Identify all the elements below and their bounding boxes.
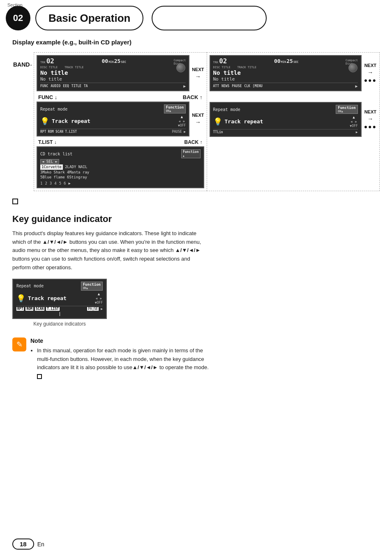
spacer-right-1 (210, 93, 377, 102)
next-arrow-func-2: → (367, 116, 373, 122)
scan-label: SCAN (55, 130, 63, 134)
tracklist-function-badge: Function▲ (181, 149, 201, 158)
func-back-row: FUNC ↓ BACK ↑ (37, 93, 204, 102)
trk-label-2: TRK (213, 61, 219, 64)
kg-scan: SCAN (35, 307, 44, 311)
lr-ctrl-2: « » (351, 120, 357, 124)
band-label: BAND (13, 61, 30, 68)
tlist-label-row: T.LIST ↓ (38, 139, 57, 145)
kg-lr-ctrl: « » (96, 296, 102, 300)
note-content: Note In this manual, operation for each … (30, 337, 210, 381)
kg-function-badge: Function ON▲ (81, 282, 103, 291)
note-icon: ✎ (12, 337, 26, 351)
dots-func-2: ●●● (364, 123, 377, 130)
track-row-3: 5Blue flame 6Stingray (40, 175, 201, 180)
page-arrow: ▶ (69, 181, 71, 185)
page-5: 5 (59, 181, 61, 185)
cd-screen-1: TRK 02 00MIN 25SEC CompactDisc DISC TITL… (37, 55, 189, 91)
ttl-in: TTLin (213, 130, 223, 134)
bulb-icon-2: 💡 (213, 117, 222, 126)
cd-knob-1 (176, 63, 185, 72)
track-repeat-2: Track repeat (225, 118, 263, 125)
menu-eeq: EEQ (63, 84, 69, 88)
dots-2: ●●● (364, 77, 377, 83)
kg-rpt: RPT (16, 307, 24, 311)
left-ctrl-1: « (179, 119, 181, 123)
nav-controls-2: ▲ « » ▼OFF (350, 115, 357, 128)
kg-bottom: RPT ROM SCAN T.LIST PA|SE ▶ (16, 306, 103, 311)
vol-off-2: ▼OFF (350, 124, 357, 128)
next-arrow-2: → (367, 69, 373, 76)
next-label-func-1: NEXT (192, 113, 204, 118)
sub-title-1: No title (40, 76, 186, 82)
rom-label: ROM (48, 130, 53, 134)
track-row-2: 3Mako Shark 4Manta ray (40, 170, 201, 175)
page-title: Basic Operation (48, 12, 130, 25)
nav-controls-1: ▲ « » ▼OFF (178, 115, 186, 127)
up-ctrl-1: ▲ (181, 115, 183, 119)
menu-ta: TA (84, 84, 88, 88)
menu-arrow-2: ▶ (355, 84, 358, 88)
track-5: 5Blue flame (40, 175, 65, 179)
menu-audio: AUDIO (51, 84, 60, 88)
kg-screen: Repeat mode Function ON▲ 💡 Track repeat … (12, 279, 107, 319)
key-guidance-image: Repeat mode Function ON▲ 💡 Track repeat … (12, 279, 107, 327)
pagination: 1 2 3 4 5 6 ▶ (40, 181, 201, 185)
track-2: 2LADY NAIL (65, 165, 87, 169)
note-arrows: ▲/▼/◄/► (132, 364, 158, 370)
section-label: Section (7, 2, 23, 7)
kg-left-ctrl: « (96, 296, 98, 300)
menu-arrow-1: ▶ (183, 84, 186, 88)
trk-num-2: 02 (219, 58, 227, 65)
next-label-func-2: NEXT (364, 109, 376, 114)
bulb-icon-1: 💡 (40, 117, 49, 125)
func-screen-1-row: Repeat mode Function ON▲ 💡 Track repeat … (37, 102, 204, 136)
next-arrow-1: → (195, 73, 201, 80)
tlist-back-row: T.LIST ↓ BACK ↑ (37, 138, 204, 146)
page-header: Section 02 Basic Operation (0, 0, 392, 30)
kg-right-ctrl: » (99, 296, 101, 300)
page-number: 18 (12, 539, 34, 550)
disc-title-label-1: DISC TITLE TRACK TITLE (40, 66, 186, 69)
vol-off-1: ▼OFF (178, 124, 186, 127)
note-list-item-1: In this manual, operation for each mode … (37, 347, 210, 381)
func-screen-1: Repeat mode Function ON▲ 💡 Track repeat … (37, 102, 189, 136)
func-screen-2-row: Repeat mode Function ON▲ 💡 Track repeat … (210, 102, 377, 137)
note-box: ✎ Note In this manual, operation for eac… (12, 337, 210, 381)
arrows-text-1: ▲/▼/◄/► (42, 239, 68, 245)
note-text: In this manual, operation for each mode … (30, 347, 210, 381)
sel-label: ◄ SEL ► (40, 159, 59, 164)
next-section-func-2: NEXT → ●●● (364, 109, 377, 130)
menu-cmenu: [MENU (253, 84, 263, 88)
band-arrow: → (28, 62, 33, 68)
sub-title-2: No title (213, 76, 358, 82)
page-6: 6 (64, 181, 66, 185)
kg-pause-highlighted: PA|SE (87, 307, 99, 311)
main-title-2: No title (213, 69, 358, 76)
menu-news: NEWS (221, 84, 229, 88)
menu-pause: PAUSE (232, 84, 242, 88)
page-1: 1 (40, 181, 42, 185)
menu-att: ATT (213, 84, 219, 88)
language-label: En (37, 541, 44, 548)
lr-ctrl-1: « » (179, 119, 185, 123)
next-section-1: NEXT → (192, 67, 204, 80)
section-number: 02 (6, 6, 30, 30)
display-example-title: Display example (e.g., built-in CD playe… (12, 39, 380, 46)
tracklist-header-right: Function▲ (181, 149, 201, 158)
function-badge-1: Function ON▲ (164, 104, 186, 113)
repeat-mode-1: Repeat mode (40, 107, 67, 111)
track-repeat-1: Track repeat (52, 118, 90, 124)
next-arrow-func-1: → (195, 119, 201, 125)
kg-track-repeat: Track repeat (28, 295, 67, 301)
header-right-pill (152, 6, 267, 30)
end-square (37, 374, 42, 379)
track-list: 1Corvette 2LADY NAIL 3Mako Shark 4Manta … (40, 164, 201, 180)
cd-screen-2: TRK 02 00MIN 25SEC CompactDisc DISC TITL… (210, 55, 362, 91)
note-list: In this manual, operation for each mode … (30, 347, 210, 381)
main-content: Display example (e.g., built-in CD playe… (0, 30, 392, 389)
menu-func: FUNC (40, 84, 48, 88)
bottom-menu-1: FUNC AUDIO EEQ TITLE TA ▶ (40, 83, 186, 88)
key-guidance-heading: Key guidance indicator (12, 214, 380, 224)
next-section-2: NEXT → ●●● (364, 63, 377, 83)
